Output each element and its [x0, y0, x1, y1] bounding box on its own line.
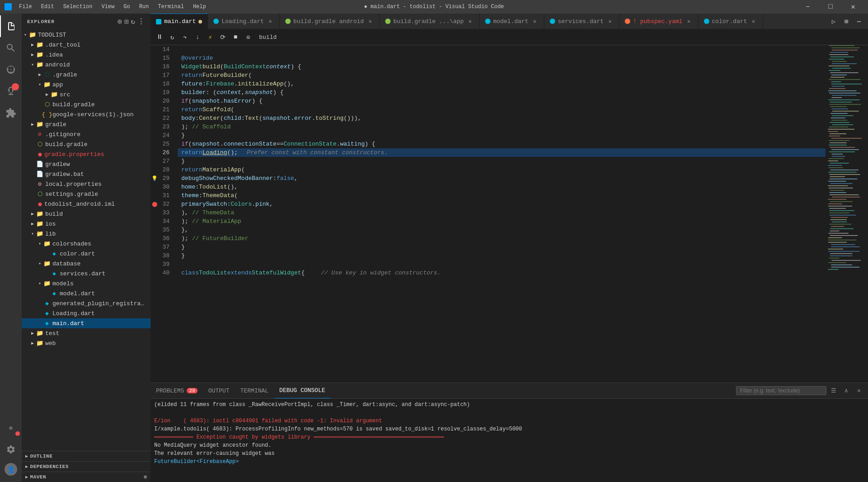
activity-git[interactable] — [0, 59, 22, 80]
menu-edit[interactable]: Edit — [38, 3, 58, 11]
tree-item-buildgradle-root[interactable]: ▶ ⬡ build.gradle — [22, 139, 151, 149]
menu-file[interactable]: File — [15, 3, 36, 11]
tab-bg-android-close[interactable]: ✕ — [367, 18, 374, 25]
debug-lightning-button[interactable]: ⚡ — [205, 32, 216, 43]
debug-stop-button[interactable]: ■ — [230, 32, 241, 43]
new-file-icon[interactable]: ⊕ — [118, 17, 123, 26]
activity-settings[interactable] — [0, 439, 22, 460]
tab-build-gradle-android[interactable]: build.gradle android ✕ — [280, 14, 380, 29]
tree-item-database[interactable]: ▾ 📁 database — [22, 259, 151, 269]
tree-item-models[interactable]: ▾ 📁 models — [22, 279, 151, 288]
debug-restart-button[interactable]: ↻ — [167, 32, 178, 43]
editor-scrollbar[interactable] — [862, 45, 868, 383]
menu-go[interactable]: Go — [120, 3, 133, 11]
tree-item-web[interactable]: ▶ 📁 web — [22, 338, 151, 348]
tab-bg-app-close[interactable]: ✕ — [467, 18, 474, 25]
tab-pubspec-yaml[interactable]: ! pubspec.yaml ✕ — [619, 14, 698, 29]
tree-item-gradle-folder[interactable]: ▶ 📁 gradle — [22, 119, 151, 129]
menu-view[interactable]: View — [98, 3, 118, 11]
panel-content[interactable]: (elided 11 frames from class _RawReceive… — [151, 399, 868, 482]
tree-item-model-dart[interactable]: ▶ ◆ model.dart — [22, 288, 151, 298]
run-split-button[interactable]: ▷ — [828, 16, 839, 27]
debug-pause-button[interactable]: ⏸ — [154, 32, 165, 43]
panel-menu-icon[interactable]: ☰ — [828, 385, 839, 396]
tree-item-ios[interactable]: ▶ 📁 ios — [22, 219, 151, 229]
code-line-21: return Scaffold( — [178, 105, 826, 114]
maximize-button[interactable]: □ — [820, 0, 841, 14]
tree-item-src[interactable]: ▶ 📁 src — [22, 90, 151, 99]
tree-item-build[interactable]: ▶ 📁 build — [22, 209, 151, 219]
tree-item-gradlew[interactable]: ▶ 📄 gradlew — [22, 159, 151, 169]
code-editor[interactable]: 14 15 16 17 18 19 20 21 22 23 24 25 26 2… — [151, 45, 868, 383]
debug-reload-button[interactable]: ⟳ — [217, 32, 228, 43]
tree-item-gradlew-bat[interactable]: ▶ 📄 gradlew.bat — [22, 169, 151, 179]
tree-item-gradle-dot[interactable]: ▶ ⬡ .gradle — [22, 70, 151, 80]
activity-remote[interactable] — [0, 417, 22, 439]
panel-tab-debug-console[interactable]: DEBUG CONSOLE — [274, 383, 330, 398]
maven-header[interactable]: ▶ MAVEN ⊞ — [22, 472, 151, 482]
activity-extensions[interactable] — [0, 102, 22, 124]
tree-item-dart-tool[interactable]: ▶ 📁 .dart_tool — [22, 40, 151, 50]
tree-item-buildgradle-android[interactable]: ▶ ⬡ build.gradle — [22, 99, 151, 109]
debug-search-button[interactable]: ⊙ — [243, 32, 254, 43]
tree-item-google-services[interactable]: ▶ { } google-services(1).json — [22, 109, 151, 119]
tree-item-main-dart[interactable]: ▶ ◆ main.dart — [22, 318, 151, 328]
tree-item-gradle-props[interactable]: ▶ ⬤ gradle.properties — [22, 149, 151, 159]
panel-tab-terminal[interactable]: TERMINAL — [235, 383, 274, 398]
avatar[interactable]: 👤 — [5, 463, 17, 476]
tab-build-gradle-app[interactable]: build.gradle ...\app ✕ — [380, 14, 480, 29]
tree-item-iml[interactable]: ▶ ⬤ todolist_android.iml — [22, 199, 151, 209]
refresh-icon[interactable]: ↻ — [131, 17, 136, 26]
menu-terminal[interactable]: Terminal — [154, 3, 188, 11]
tab-color-dart[interactable]: color.dart ✕ — [698, 14, 763, 29]
tab-loading-dart[interactable]: Loading.dart ✕ — [208, 14, 280, 29]
tab-services-dart[interactable]: services.dart ✕ — [544, 14, 619, 29]
panel-tab-problems[interactable]: PROBLEMS 29 — [151, 383, 203, 398]
root-folder[interactable]: ▾ 📁 TODOLIST — [22, 30, 151, 40]
tree-item-lib[interactable]: ▾ 📁 lib — [22, 229, 151, 239]
code-content[interactable]: @override Widget build(BuildContext cont… — [178, 45, 826, 383]
close-button[interactable]: ✕ — [843, 0, 863, 14]
tree-item-local-props[interactable]: ▶ ⚙ local.properties — [22, 179, 151, 189]
window-controls[interactable]: – □ ✕ — [797, 0, 863, 14]
new-folder-icon[interactable]: ⊞ — [124, 17, 129, 26]
menu-run[interactable]: Run — [136, 3, 153, 11]
tree-item-android[interactable]: ▾ 📁 android — [22, 60, 151, 70]
tree-item-services-dart[interactable]: ▶ ◆ services.dart — [22, 269, 151, 279]
debug-step-into-button[interactable]: ↓ — [192, 32, 203, 43]
tab-pubspec-close[interactable]: ✕ — [685, 18, 693, 25]
tab-model-dart-close[interactable]: ✕ — [531, 18, 538, 25]
tab-color-dart-close[interactable]: ✕ — [750, 18, 757, 25]
tab-services-dart-close[interactable]: ✕ — [606, 18, 613, 25]
activity-search[interactable] — [0, 37, 22, 59]
collapse-all-icon[interactable]: ⋮ — [137, 17, 145, 26]
tree-item-gitignore[interactable]: ▶ ⊘ .gitignore — [22, 129, 151, 139]
tree-item-generated-plugin[interactable]: ▶ ◆ generated_plugin_registrant.dart — [22, 298, 151, 308]
activity-debug[interactable] — [0, 80, 22, 102]
tree-item-loading-dart[interactable]: ▶ ◆ Loading.dart — [22, 308, 151, 318]
tree-item-colorshades[interactable]: ▾ 📁 colorshades — [22, 239, 151, 249]
minimize-button[interactable]: – — [797, 0, 818, 14]
menu-help[interactable]: Help — [189, 3, 210, 11]
menu-selection[interactable]: Selection — [60, 3, 96, 11]
more-actions-button[interactable]: ⋯ — [854, 16, 864, 27]
panel-filter-input[interactable] — [736, 386, 826, 395]
panel-expand-icon[interactable]: ∧ — [841, 385, 852, 396]
tree-item-color-dart[interactable]: ▶ ◆ color.dart — [22, 249, 151, 259]
dependencies-header[interactable]: ▶ DEPENDENCIES — [22, 462, 151, 472]
tree-item-app[interactable]: ▾ 📁 app — [22, 80, 151, 90]
tree-item-settings-gradle[interactable]: ▶ ⬡ settings.gradle — [22, 189, 151, 199]
tab-loading-dart-close[interactable]: ✕ — [267, 18, 274, 25]
tree-item-test[interactable]: ▶ 📁 test — [22, 328, 151, 338]
tree-item-idea[interactable]: ▶ 📁 .idea — [22, 50, 151, 60]
menu-bar[interactable]: File Edit Selection View Go Run Terminal… — [15, 3, 210, 11]
outline-header[interactable]: ▶ OUTLINE — [22, 451, 151, 461]
activity-explorer[interactable] — [0, 15, 22, 37]
panel-close-icon[interactable]: ✕ — [854, 385, 864, 396]
split-editor-button[interactable]: ⊞ — [841, 16, 852, 27]
tab-model-dart[interactable]: model.dart ✕ — [480, 14, 544, 29]
debug-step-over-button[interactable]: ↷ — [179, 32, 190, 43]
sidebar-actions[interactable]: ⊕ ⊞ ↻ ⋮ — [118, 17, 145, 26]
panel-tab-output[interactable]: OUTPUT — [203, 383, 235, 398]
tab-main-dart[interactable]: main.dart — [151, 14, 208, 29]
